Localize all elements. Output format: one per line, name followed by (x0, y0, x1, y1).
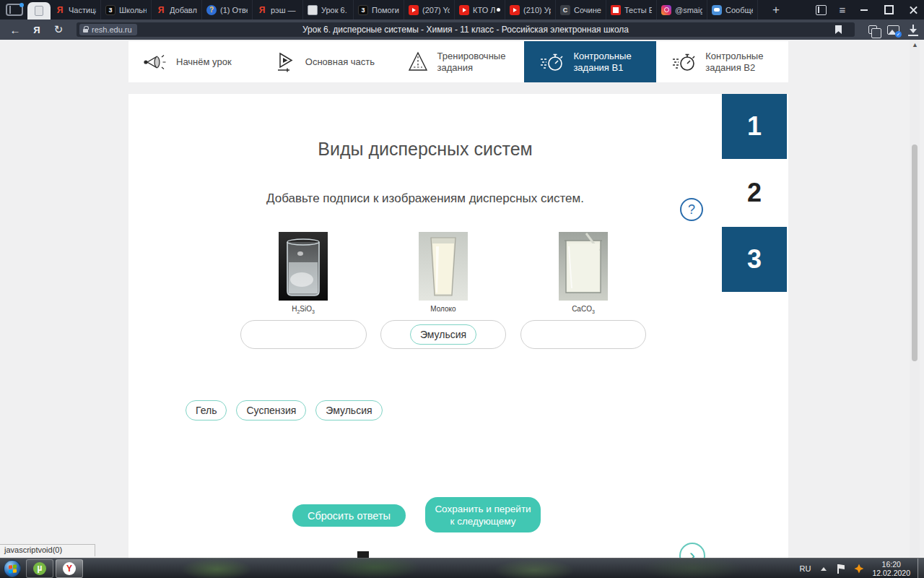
action-center-flag-icon[interactable] (837, 564, 845, 574)
tab-youtube-210[interactable]: (210) Ур (505, 0, 556, 20)
chip-suspenziya[interactable]: Суспензия (236, 400, 306, 420)
tab-resh[interactable]: Ярэш — Я (253, 0, 303, 20)
clock[interactable]: 16:2012.02.2020 (872, 560, 910, 577)
tab-chastica[interactable]: ЯЧастица (51, 0, 101, 20)
nav-training-tasks[interactable]: Тренировочные задания (393, 41, 525, 82)
yandex-browser-icon: Y (63, 562, 76, 575)
close-button[interactable] (902, 0, 924, 20)
yandex-icon: Я (156, 5, 166, 15)
youtube-icon (510, 5, 520, 15)
figure-silicic-acid (279, 232, 328, 301)
figure-milk-glass (419, 232, 468, 301)
taskbar: µ Y RU 16:2012.02.2020 (0, 558, 924, 578)
figure-caption-h2sio3: H2SiO3 (245, 305, 361, 314)
date: 12.02.2020 (872, 569, 910, 577)
chip-gel[interactable]: Гель (186, 400, 227, 420)
nav-main-part[interactable]: Основная часть (261, 41, 393, 82)
utorrent-taskbar-button[interactable]: µ (26, 559, 53, 578)
chip-emulsiya[interactable]: Эмульсия (315, 400, 382, 420)
time: 16:20 (882, 560, 901, 569)
yandex-icon: Я (55, 5, 65, 15)
reload-icon[interactable]: ↻ (48, 23, 69, 36)
tab-sidebar-icon[interactable] (6, 4, 23, 16)
question-number-2[interactable]: 2 (722, 160, 787, 225)
figure-caption-caco3: CaCO3 (526, 305, 641, 314)
browser-toolbar: ← Я ↻ resh.edu.ru Урок 6. дисперсные сис… (0, 20, 924, 40)
tab-otvet[interactable]: ?(1) Отве (202, 0, 253, 20)
drop-zone-2[interactable]: Эмульсия (380, 320, 506, 349)
messages-icon (712, 5, 722, 15)
document-icon: С (560, 5, 570, 15)
tab-shkoln[interactable]: 3Школьн (101, 0, 152, 20)
stopwatch-icon (671, 51, 697, 73)
page-scrollbar[interactable] (910, 40, 920, 558)
tab-dobavl[interactable]: ЯДобавл (152, 0, 202, 20)
youtube-icon (459, 5, 469, 15)
active-tab[interactable] (27, 2, 51, 20)
tab-sochine[interactable]: ССочине (556, 0, 606, 20)
megaphone-icon (143, 51, 167, 73)
answer-chip-bank: Гель Суспензия Эмульсия (186, 400, 383, 420)
lesson-nav: Начнём урок Основная часть Тренировочные… (128, 41, 788, 82)
collections-icon[interactable] (863, 20, 883, 40)
tab-youtube-207[interactable]: (207) Yo (404, 0, 455, 20)
web-page: Начнём урок Основная часть Тренировочные… (0, 40, 924, 558)
drop-zone-3[interactable] (520, 320, 646, 349)
download-icon[interactable] (903, 20, 923, 40)
next-arrow-icon[interactable]: › (679, 543, 705, 558)
question-number-3[interactable]: 3 (722, 227, 787, 292)
audio-playing-icon (497, 8, 500, 12)
nav-start-lesson[interactable]: Начнём урок (128, 41, 261, 82)
check-badge-icon: ✓ (895, 31, 902, 38)
start-button[interactable] (4, 560, 21, 577)
screen: ЯЧастица 3Школьн ЯДобавл ?(1) Отве Ярэш … (0, 0, 924, 578)
instagram-icon (661, 5, 671, 15)
language-indicator[interactable]: RU (800, 564, 811, 573)
bookmarks-panel-icon[interactable] (811, 0, 830, 20)
tabs-container: ЯЧастица 3Школьн ЯДобавл ?(1) Отве Ярэш … (51, 0, 758, 20)
tray-app-icon[interactable] (854, 564, 863, 574)
page-title-text: Урок 6. дисперсные системы - Химия - 11 … (77, 25, 855, 35)
back-icon[interactable]: ← (4, 24, 26, 36)
pyramid-icon (407, 51, 429, 73)
help-icon[interactable]: ? (680, 198, 703, 221)
address-bar[interactable]: resh.edu.ru Урок 6. дисперсные системы -… (77, 22, 855, 37)
scrollbar-thumb[interactable] (912, 144, 918, 361)
maximize-button[interactable] (877, 0, 900, 20)
cutoff-content (357, 551, 369, 558)
tab-urok6[interactable]: Урок 6. (303, 0, 354, 20)
save-and-next-button[interactable]: Сохранить и перейти к следующему (425, 497, 541, 532)
figure-caption-milk: Молоко (385, 305, 501, 313)
tab-testy[interactable]: Тесты Е (606, 0, 657, 20)
drop-zone-1[interactable] (240, 320, 367, 349)
black-3-icon: 3 (358, 5, 368, 15)
play-icon (275, 51, 297, 73)
red-square-icon (611, 5, 621, 15)
black-3-icon: 3 (105, 5, 116, 15)
yandex-browser-taskbar-button[interactable]: Y (56, 559, 83, 578)
utorrent-icon: µ (33, 562, 46, 575)
show-desktop-button[interactable] (918, 558, 924, 578)
new-tab-button[interactable]: + (767, 0, 785, 20)
tray-expand-icon[interactable] (821, 567, 827, 571)
page-icon (308, 5, 318, 15)
task-title: Виды дисперсных систем (128, 139, 722, 160)
screenshot-icon[interactable]: ✓ (883, 20, 903, 40)
answer-chip-placed[interactable]: Эмульсия (410, 324, 476, 345)
scroll-top-icon[interactable]: ▲ (912, 41, 918, 48)
tab-youtube-kto[interactable]: КТО Л (455, 0, 505, 20)
question-number-1[interactable]: 1 (722, 94, 787, 159)
nav-control-tasks-b1[interactable]: Контрольные задания В1 (524, 41, 656, 82)
nav-control-tasks-b2[interactable]: Контрольные задания В2 (656, 41, 788, 82)
tab-soobsche[interactable]: Сообще (707, 0, 758, 20)
minimize-button[interactable] (853, 0, 876, 20)
windows-logo-icon (9, 564, 17, 573)
stopwatch-icon (539, 51, 565, 73)
reset-answers-button[interactable]: Сбросить ответы (292, 504, 406, 527)
page-favicon-icon (35, 6, 43, 16)
menu-icon[interactable]: ≡ (833, 0, 852, 20)
yandex-button[interactable]: Я (26, 25, 48, 35)
tab-instagram[interactable]: @smaig (657, 0, 707, 20)
yandex-icon: Я (257, 5, 267, 15)
tab-pomogi[interactable]: 3Помоги (354, 0, 404, 20)
